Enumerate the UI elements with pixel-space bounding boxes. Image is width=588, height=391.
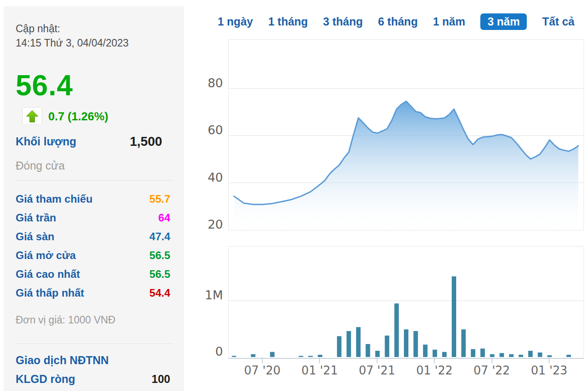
volume-bar[interactable]: [528, 351, 533, 357]
volume-bar[interactable]: [356, 327, 361, 357]
row-value: 55.7: [149, 190, 170, 208]
volume-bar[interactable]: [442, 352, 447, 357]
tab-3-years[interactable]: 3 năm: [480, 13, 527, 30]
volume-bar[interactable]: [471, 349, 475, 357]
x-axis-tick: [377, 357, 378, 363]
volume-bar[interactable]: [433, 350, 437, 357]
volume-bar[interactable]: [413, 331, 418, 357]
row-gia-san: Giá sàn 47.4: [16, 227, 170, 246]
row-label: KLGD ròng: [16, 372, 75, 386]
stock-info-panel: Cập nhật: 14:15 Thứ 3, 04/04/2023 56.4 0…: [4, 6, 184, 391]
last-updated-label: Cập nhật:: [16, 21, 129, 36]
price-chart-surface[interactable]: [229, 40, 584, 230]
volume-label: Khối lượng: [16, 135, 76, 148]
volume-bar[interactable]: [461, 329, 466, 357]
row-label: Giá trần: [16, 208, 56, 227]
volume-bar[interactable]: [232, 356, 236, 357]
row-gia-mo-cua: Giá mở cửa 56.5: [16, 246, 170, 265]
volume-bar[interactable]: [375, 351, 380, 357]
volume-y-axis: 1M0: [203, 246, 223, 357]
volume-bar[interactable]: [270, 352, 274, 357]
divider: [15, 344, 173, 344]
x-axis-tick: [434, 357, 435, 363]
price-area-fill: [234, 101, 578, 230]
volume-bar[interactable]: [547, 355, 552, 357]
row-klgd-rong: KLGD ròng 100: [16, 372, 170, 386]
row-label: Giá cao nhất: [16, 265, 80, 284]
time-range-tabs: 1 ngày 1 tháng 3 tháng 6 tháng 1 năm 3 n…: [218, 13, 588, 30]
volume-bar[interactable]: [318, 355, 322, 357]
volume-bar[interactable]: [308, 356, 313, 357]
volume-bar[interactable]: [490, 354, 495, 357]
volume-bar[interactable]: [452, 276, 456, 357]
volume-row: Khối lượng 1,500: [16, 133, 162, 149]
price-change: 0.7 (1.26%): [48, 108, 108, 124]
x-axis-tick: [549, 357, 550, 363]
x-axis-tick-label: 01 '21: [299, 364, 340, 377]
volume-bar[interactable]: [251, 354, 256, 357]
tab-3-months[interactable]: 3 tháng: [323, 15, 363, 28]
volume-bar[interactable]: [500, 353, 504, 357]
row-value: 54.4: [149, 284, 170, 302]
price-chart[interactable]: [228, 39, 584, 230]
row-label: Giá thấp nhất: [16, 284, 84, 302]
volume-bar[interactable]: [337, 336, 341, 357]
row-value: 56.5: [149, 265, 170, 284]
x-axis-tick-label: 07 '22: [472, 364, 512, 377]
price-y-axis: 80604020: [203, 39, 223, 230]
tab-all[interactable]: Tất cả: [542, 15, 574, 28]
volume-bar[interactable]: [567, 355, 571, 357]
volume-bar[interactable]: [480, 348, 485, 357]
volume-bar[interactable]: [299, 356, 303, 357]
row-gia-tham-chieu: Giá tham chiếu 55.7: [16, 190, 170, 208]
volume-bar[interactable]: [385, 336, 389, 357]
foreign-trading-header: Giao dịch NĐTNN: [16, 353, 109, 367]
price-detail-rows: Giá tham chiếu 55.7 Giá trần 64 Giá sàn …: [16, 190, 170, 302]
row-gia-tran: Giá trần 64: [16, 208, 170, 227]
last-updated: Cập nhật: 14:15 Thứ 3, 04/04/2023: [16, 21, 129, 50]
volume-chart[interactable]: [228, 246, 584, 359]
last-updated-time: 14:15 Thứ 3, 04/04/2023: [16, 36, 129, 50]
volume-bar[interactable]: [519, 355, 523, 357]
price-y-tick-label: 60: [203, 124, 223, 136]
tab-6-months[interactable]: 6 tháng: [378, 15, 418, 28]
row-label: Giá mở cửa: [16, 246, 76, 265]
row-label: Giá tham chiếu: [16, 190, 92, 208]
volume-y-tick-label: 1M: [203, 289, 223, 301]
row-value: 56.5: [149, 246, 170, 265]
volume-y-tick-label: 0: [203, 346, 223, 357]
stock-quote-page: { "sidebar": { "updated_label": "Cập nhậ…: [0, 0, 588, 391]
volume-bar[interactable]: [538, 353, 542, 357]
volume-bar[interactable]: [365, 344, 370, 357]
price-y-tick-label: 20: [203, 219, 223, 230]
x-axis-tick-label: 07 '21: [357, 364, 397, 377]
row-value: 47.4: [149, 227, 170, 246]
divider: [15, 180, 173, 181]
up-arrow-glyph: [25, 110, 39, 123]
price-y-tick-label: 80: [203, 77, 223, 89]
volume-value: 1,500: [130, 134, 162, 149]
row-value: 100: [151, 372, 170, 386]
row-gia-cao-nhat: Giá cao nhất 56.5: [16, 265, 170, 284]
price-y-tick-label: 40: [203, 172, 223, 183]
row-label: Giá sàn: [16, 227, 55, 246]
volume-chart-surface[interactable]: [229, 246, 584, 357]
x-axis-tick-label: 01 '22: [414, 364, 454, 377]
tab-1-day[interactable]: 1 ngày: [218, 15, 253, 28]
x-axis-tick: [262, 357, 263, 363]
x-axis-tick-label: 01 '23: [529, 364, 569, 377]
last-price: 56.4: [16, 69, 73, 102]
x-axis-tick: [319, 357, 320, 363]
volume-bar[interactable]: [347, 331, 351, 357]
price-unit-note: Đơn vị giá: 1000 VNĐ: [16, 314, 115, 326]
tab-1-year[interactable]: 1 năm: [433, 15, 465, 28]
x-axis-tick-label: 07 '20: [242, 364, 282, 377]
time-x-axis: 07 '2001 '2107 '2101 '2207 '2201 '23: [228, 357, 583, 384]
volume-bar[interactable]: [404, 329, 408, 357]
volume-bar[interactable]: [423, 344, 428, 357]
volume-bar[interactable]: [395, 303, 399, 357]
volume-bar[interactable]: [509, 354, 513, 357]
tab-1-month[interactable]: 1 tháng: [268, 15, 308, 28]
row-value: 64: [158, 208, 170, 227]
x-axis-tick: [491, 357, 492, 363]
